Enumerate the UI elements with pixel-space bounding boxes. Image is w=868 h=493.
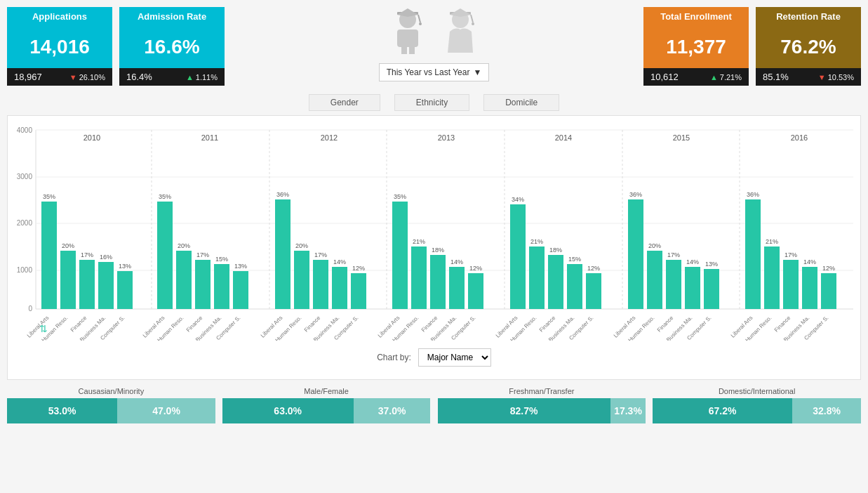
- svg-text:21%: 21%: [413, 238, 425, 245]
- filter-ethnicity[interactable]: Ethnicity: [394, 94, 469, 111]
- svg-text:21%: 21%: [766, 238, 778, 245]
- chart-by-select[interactable]: Major Name Department Level: [418, 348, 491, 367]
- svg-text:16%: 16%: [100, 254, 112, 261]
- svg-line-11: [471, 15, 473, 22]
- svg-text:17%: 17%: [784, 251, 797, 258]
- ratio-caucasian: Causasian/Minority 53.0% 47.0%: [7, 387, 215, 423]
- admission-prev: 16.4%: [126, 72, 152, 82]
- svg-text:1000: 1000: [17, 266, 33, 274]
- filter-gender[interactable]: Gender: [309, 94, 380, 111]
- bar-2011-5: [233, 271, 248, 309]
- grad-icons: [389, 7, 480, 56]
- svg-text:2011: 2011: [201, 133, 218, 142]
- svg-text:13%: 13%: [705, 261, 718, 268]
- bar-2011-2: [176, 251, 192, 309]
- chart-wrapper: 4000 3000 2000 1000 0 2010 2011 2012 201…: [15, 123, 853, 343]
- svg-text:12%: 12%: [822, 265, 835, 272]
- kpi-enrollment: Total Enrollment 11,377 10,612 ▲ 7.21%: [643, 7, 749, 86]
- ratio-gender-right: 37.0%: [354, 398, 431, 423]
- applications-change-val: 26.10%: [79, 73, 105, 81]
- ratio-freshman-title: Freshman/Transfer: [438, 387, 646, 395]
- applications-prev: 18,967: [14, 72, 42, 82]
- svg-text:15%: 15%: [568, 256, 581, 263]
- bar-2016-5: [821, 273, 836, 309]
- male-grad-icon: [389, 7, 427, 56]
- bar-2011-1: [157, 202, 173, 309]
- center-area: This Year vs Last Year ▼: [232, 7, 636, 81]
- svg-rect-2: [401, 47, 407, 54]
- admission-arrow: ▲: [186, 73, 194, 81]
- svg-text:20%: 20%: [62, 242, 74, 249]
- female-grad-icon: [441, 7, 480, 56]
- retention-prev: 85.1%: [763, 72, 789, 82]
- bar-2015-5: [704, 269, 719, 309]
- svg-text:35%: 35%: [159, 193, 171, 200]
- svg-text:13%: 13%: [119, 263, 131, 270]
- ratio-caucasian-left: 53.0%: [7, 398, 117, 423]
- svg-text:13%: 13%: [234, 263, 247, 270]
- bar-2012-5: [351, 273, 366, 309]
- svg-text:18%: 18%: [549, 246, 562, 254]
- retention-value: 76.2%: [756, 26, 861, 68]
- bar-2012-4: [332, 267, 347, 309]
- dashboard: Applications 14,016 18,967 ▼ 26.10% Admi…: [0, 0, 868, 493]
- filter-tabs: Gender Ethnicity Domicile: [7, 94, 861, 111]
- ratio-caucasian-bar: 53.0% 47.0%: [7, 398, 215, 423]
- svg-text:2014: 2014: [555, 133, 572, 142]
- ratio-freshman-left: 82.7%: [438, 398, 610, 423]
- svg-text:14%: 14%: [803, 258, 816, 265]
- ratio-row: Causasian/Minority 53.0% 47.0% Male/Fema…: [7, 387, 861, 423]
- retention-change: ▼ 10.53%: [818, 73, 854, 81]
- svg-text:2012: 2012: [321, 133, 338, 142]
- svg-text:36%: 36%: [276, 191, 289, 198]
- bar-2010-2: [60, 251, 76, 309]
- year-dropdown-arrow: ▼: [473, 67, 481, 77]
- year-dropdown-label: This Year vs Last Year: [387, 67, 470, 77]
- svg-text:Finance: Finance: [538, 315, 557, 334]
- svg-text:Finance: Finance: [420, 315, 439, 334]
- retention-arrow: ▼: [818, 73, 826, 81]
- ratio-domestic-right: 32.8%: [792, 398, 861, 423]
- bar-2010-3: [79, 260, 95, 309]
- ratio-domestic-bar: 67.2% 32.8%: [653, 398, 861, 423]
- bar-chart: 4000 3000 2000 1000 0 2010 2011 2012 201…: [15, 123, 853, 341]
- svg-text:2016: 2016: [791, 133, 808, 142]
- bar-2016-1: [745, 199, 761, 309]
- bar-2013-3: [430, 255, 446, 309]
- svg-line-6: [418, 15, 420, 22]
- bar-2013-4: [449, 267, 465, 309]
- admission-title: Admission Rate: [119, 7, 225, 26]
- bar-2013-5: [468, 273, 483, 309]
- svg-point-7: [419, 22, 422, 25]
- applications-footer: 18,967 ▼ 26.10%: [7, 68, 112, 86]
- applications-arrow: ▼: [69, 73, 77, 81]
- ratio-freshman-right: 17.3%: [610, 398, 646, 423]
- retention-footer: 85.1% ▼ 10.53%: [756, 68, 861, 86]
- svg-text:35%: 35%: [394, 193, 406, 200]
- enrollment-value: 11,377: [643, 26, 749, 68]
- admission-change-val: 1.11%: [196, 73, 218, 81]
- svg-text:12%: 12%: [469, 265, 482, 272]
- svg-text:0: 0: [28, 305, 32, 313]
- bar-2015-4: [685, 267, 700, 309]
- ratio-caucasian-right: 47.0%: [117, 398, 215, 423]
- svg-text:Finance: Finance: [656, 315, 675, 334]
- year-dropdown[interactable]: This Year vs Last Year ▼: [379, 63, 490, 81]
- bar-2013-2: [411, 246, 427, 309]
- admission-change: ▲ 1.11%: [186, 73, 218, 81]
- bar-2011-3: [195, 260, 211, 309]
- kpi-retention: Retention Rate 76.2% 85.1% ▼ 10.53%: [756, 7, 861, 86]
- bar-2010-4: [98, 262, 114, 309]
- svg-text:2013: 2013: [438, 133, 455, 142]
- admission-footer: 16.4% ▲ 1.11%: [119, 68, 225, 86]
- kpi-applications: Applications 14,016 18,967 ▼ 26.10%: [7, 7, 112, 86]
- svg-rect-1: [397, 29, 418, 47]
- kpi-admission: Admission Rate 16.6% 16.4% ▲ 1.11%: [119, 7, 225, 86]
- ratio-caucasian-title: Causasian/Minority: [7, 387, 215, 395]
- bar-2014-2: [529, 246, 545, 309]
- svg-text:14%: 14%: [686, 258, 699, 265]
- bar-2012-3: [313, 260, 328, 309]
- svg-text:17%: 17%: [81, 251, 93, 258]
- ratio-domestic-left: 67.2%: [653, 398, 792, 423]
- filter-domicile[interactable]: Domicile: [483, 94, 559, 111]
